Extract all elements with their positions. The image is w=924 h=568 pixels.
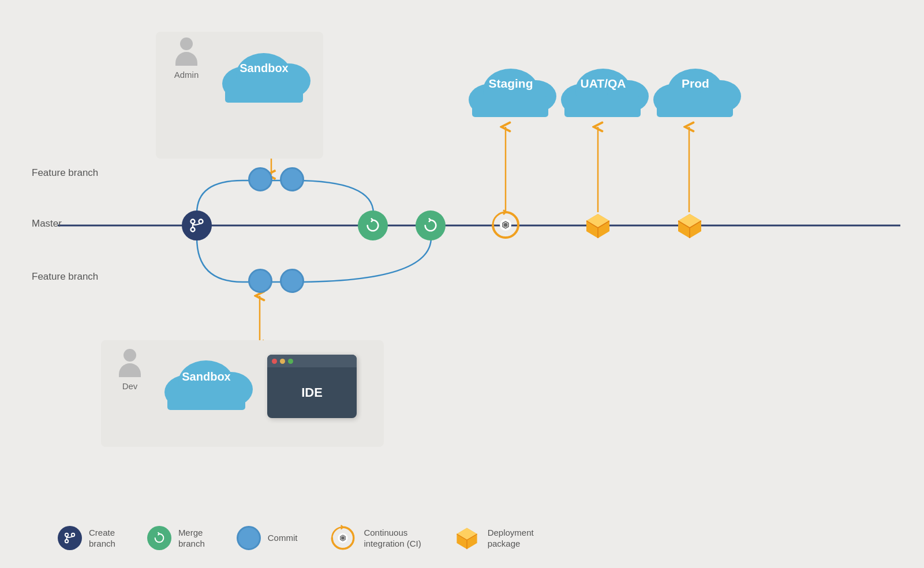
legend-ci-label: Continuousintegration (CI) xyxy=(364,527,421,550)
deploy-node-1 xyxy=(582,210,613,241)
svg-rect-26 xyxy=(657,96,733,117)
admin-sandbox-label: Sandbox xyxy=(214,62,315,75)
svg-point-46 xyxy=(72,533,75,537)
legend-create-label: Createbranch xyxy=(89,527,115,550)
prod-label: Prod xyxy=(646,77,745,91)
diagram-container: Admin Sandbox Dev Sandbox xyxy=(0,0,924,568)
legend-ci-icon xyxy=(329,524,357,552)
merge-branch-node-2 xyxy=(416,210,446,240)
legend-create-branch: Createbranch xyxy=(58,526,115,550)
svg-rect-18 xyxy=(472,96,548,117)
admin-sandbox: Sandbox xyxy=(214,37,315,109)
dev-figure: Dev xyxy=(115,349,144,391)
legend-ci: Continuousintegration (CI) xyxy=(329,524,421,552)
legend-deploy-label: Deploymentpackage xyxy=(488,527,534,550)
admin-label: Admin xyxy=(174,70,199,80)
deploy-node-2 xyxy=(674,210,705,241)
commit-bottom-2 xyxy=(280,269,304,293)
dev-sandbox: Sandbox xyxy=(156,349,257,415)
commit-top-2 xyxy=(280,167,304,191)
svg-point-28 xyxy=(191,228,195,232)
prod-cloud: Prod xyxy=(646,55,745,123)
ide-window: IDE xyxy=(267,355,357,418)
svg-rect-14 xyxy=(167,388,245,410)
ide-dot-red xyxy=(272,359,277,364)
legend-deploy-icon xyxy=(453,524,481,552)
legend-commit-label: Commit xyxy=(268,532,298,544)
staging-label: Staging xyxy=(462,77,560,91)
ci-node xyxy=(490,209,521,240)
dev-label: Dev xyxy=(122,381,138,391)
ide-dot-yellow xyxy=(280,359,285,364)
admin-figure: Admin xyxy=(172,37,201,80)
staging-cloud: Staging xyxy=(462,55,560,123)
feature-bottom-label: Feature branch xyxy=(32,271,98,283)
dev-avatar xyxy=(115,349,144,378)
master-label: Master xyxy=(32,218,62,230)
commit-top-1 xyxy=(248,167,272,191)
uatqa-label: UAT/QA xyxy=(554,77,652,91)
create-branch-node-master xyxy=(182,210,212,240)
legend-create-icon xyxy=(58,526,82,550)
admin-avatar xyxy=(172,37,201,66)
merge-branch-node-1 xyxy=(358,210,388,240)
legend-deploy: Deploymentpackage xyxy=(453,524,534,552)
svg-point-33 xyxy=(504,223,508,227)
svg-point-29 xyxy=(199,220,203,224)
legend-merge-branch: Mergebranch xyxy=(147,526,205,550)
feature-top-label: Feature branch xyxy=(32,167,98,179)
svg-point-45 xyxy=(65,540,69,543)
svg-point-44 xyxy=(65,533,69,537)
legend-merge-icon xyxy=(147,526,171,550)
dev-sandbox-label: Sandbox xyxy=(156,370,257,383)
legend-merge-label: Mergebranch xyxy=(178,527,205,550)
legend: Createbranch Mergebranch Commit xyxy=(58,524,534,552)
svg-point-50 xyxy=(341,536,345,540)
svg-point-27 xyxy=(191,220,195,224)
svg-rect-22 xyxy=(564,96,641,117)
uatqa-cloud: UAT/QA xyxy=(554,55,652,123)
commit-bottom-1 xyxy=(248,269,272,293)
svg-rect-10 xyxy=(225,81,303,103)
legend-commit-icon xyxy=(237,526,261,550)
ide-dot-green xyxy=(288,359,293,364)
legend-commit: Commit xyxy=(237,526,298,550)
ide-label: IDE xyxy=(267,367,357,418)
